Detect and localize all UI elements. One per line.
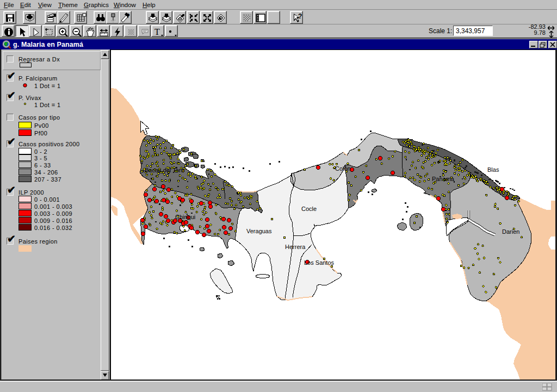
svg-text:Darien: Darien — [502, 228, 519, 235]
svg-text:?: ? — [298, 13, 302, 20]
svg-text:T: T — [154, 27, 160, 36]
svg-text:Panama: Panama — [432, 176, 455, 182]
svg-text:Cocle: Cocle — [301, 206, 317, 212]
svg-text:Bocas del Toro: Bocas del Toro — [145, 167, 184, 173]
svg-text:Herrera: Herrera — [285, 244, 306, 250]
svg-text:Chiriqui: Chiriqui — [175, 214, 195, 220]
svg-text:Blas: Blas — [487, 166, 499, 173]
svg-text:Veraguas: Veraguas — [246, 228, 272, 234]
svg-text:Los Santos: Los Santos — [304, 259, 335, 266]
svg-text:Colón: Colón — [335, 165, 351, 172]
